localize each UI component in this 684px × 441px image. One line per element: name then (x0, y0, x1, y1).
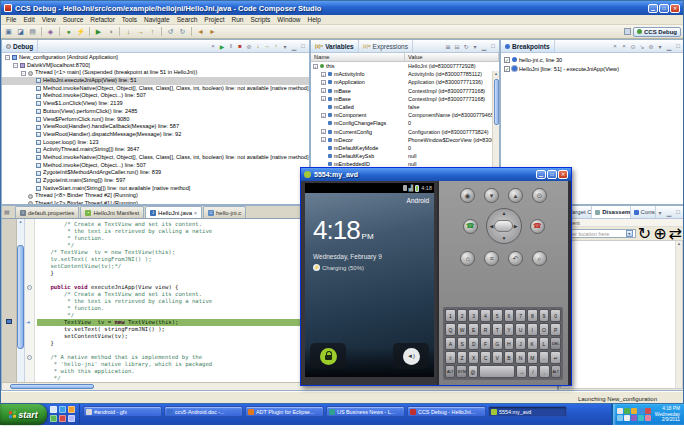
view-stack-icon[interactable]: ▤ (4, 208, 12, 216)
debug-tree-item[interactable]: ViewRoot(Handler).handleCallback(Message… (2, 123, 309, 131)
debug-tree-item[interactable]: ViewRoot(Handler).dispatchMessage(Messag… (2, 131, 309, 139)
menu-project[interactable]: Project (204, 16, 224, 23)
editor-tab-hello-jni-c[interactable]: Chello-jni.c (203, 206, 246, 218)
emulator-maximize-button[interactable]: □ (547, 170, 557, 179)
editor-tab-hellojni-java[interactable]: JHelloJni.java× (145, 206, 202, 218)
task-button[interactable]: 5554:my_avd (488, 406, 567, 417)
key-a[interactable]: A (445, 337, 456, 350)
tray-icon[interactable] (624, 415, 630, 421)
variable-row[interactable]: mDefaultKeyMode0 (311, 144, 492, 152)
perspective-ccs-debug[interactable]: CCS Debug (633, 27, 681, 37)
debug-tree-item[interactable]: −New_configuration [Android Application] (2, 54, 309, 62)
fold-toggle-icon[interactable]: − (27, 355, 32, 360)
dpad-control[interactable]: ▲▼◀▶ (486, 208, 522, 244)
key-sym[interactable]: @ (468, 365, 478, 378)
task-button[interactable]: ccv5-Android.doc -... (164, 406, 243, 417)
view-menu-icon[interactable]: ▾ (471, 43, 479, 50)
tab-variables[interactable]: (x)= Variables (311, 40, 359, 52)
maximize-view-icon[interactable]: □ (674, 43, 682, 49)
show-type-names-icon[interactable]: ⊞ (444, 43, 452, 50)
tab-debug[interactable]: Debug (2, 40, 38, 52)
back-icon[interactable]: ◄ (195, 26, 206, 37)
debug-tree-item[interactable]: View$1.onClick(View) line: 2139 (2, 100, 309, 108)
column-name[interactable]: Name (311, 53, 405, 61)
quick-launch-icon[interactable] (68, 406, 75, 413)
debug-tree-item[interactable]: Method.invokeNative(Object, Object[], Cl… (2, 154, 309, 162)
view-menu-icon[interactable]: ▾ (281, 43, 289, 50)
editor-tab-hellojni-manifest[interactable]: ▪HelloJni Manifest (80, 206, 144, 218)
menu-scripts[interactable]: Scripts (250, 16, 270, 23)
sound-toggle[interactable]: ◄) (393, 343, 429, 369)
key-v[interactable]: V (492, 351, 503, 364)
search-button[interactable]: ⌕ (532, 251, 547, 266)
editor-hscroll-thumb[interactable] (10, 384, 94, 389)
debug-tree-item[interactable]: ZygoteInit$MethodAndArgsCaller.run() lin… (2, 169, 309, 177)
tray-icon[interactable] (645, 415, 651, 421)
tree-expander[interactable]: + (321, 88, 326, 93)
minimize-button[interactable]: ▁ (648, 4, 658, 13)
maximize-button[interactable]: □ (659, 4, 669, 13)
key-1[interactable]: 1 (445, 309, 456, 322)
step-over-icon[interactable]: → (135, 26, 146, 37)
variable-row[interactable]: +mDecorPhoneWindow$DecorView (id=8300077… (311, 136, 492, 144)
forward-icon[interactable]: ► (207, 26, 218, 37)
checkbox-icon[interactable]: ✓ (504, 66, 510, 72)
tray-icon[interactable] (638, 408, 644, 414)
variable-row[interactable]: +mCurrentConfigConfiguration (id=8300077… (311, 128, 492, 136)
editor-tab-default-properties[interactable]: ≡default.properties (15, 206, 79, 218)
title-bar[interactable]: CCS Debug - HelloJni/src/com/example/hel… (1, 1, 683, 15)
key-x[interactable]: X (468, 351, 479, 364)
undo-icon[interactable]: ↺ (165, 26, 176, 37)
phone-screen[interactable]: ▟ 4:18 Android 4:18 PM Wednesday, Februa… (305, 183, 434, 377)
dpad-down-icon[interactable]: ▼ (502, 236, 507, 241)
debug-tree-item[interactable]: HelloJni.executeJniApp(View) line: 51 (2, 77, 309, 85)
key-l[interactable]: L (539, 337, 550, 350)
key-9[interactable]: 9 (539, 309, 550, 322)
key-6[interactable]: 6 (504, 309, 515, 322)
remove-all-icon[interactable]: × (209, 43, 217, 49)
variable-row[interactable]: mConfigChangeFlags0 (311, 119, 492, 127)
quick-launch-icon[interactable] (50, 406, 57, 413)
key-t[interactable]: T (492, 323, 503, 336)
key-m[interactable]: M (527, 351, 538, 364)
key-sym[interactable]: , (539, 365, 549, 378)
skip-all-icon[interactable]: ⊘ (647, 43, 655, 50)
key-j[interactable]: J (515, 337, 526, 350)
minimize-view-icon[interactable]: ▁ (290, 43, 298, 50)
key-e[interactable]: E (468, 323, 479, 336)
menu-source[interactable]: Source (63, 16, 84, 23)
step-into-icon[interactable]: ↓ (254, 43, 262, 49)
taskbar-clock[interactable]: 4:18 PM Wednesday 2/9/2011 (655, 406, 680, 423)
key-c[interactable]: C (480, 351, 491, 364)
tab-breakpoints[interactable]: Breakpoints (501, 40, 555, 52)
debug-tree-item[interactable]: Looper.loop() line: 123 (2, 139, 309, 147)
end-call-button[interactable]: ☎ (530, 219, 545, 234)
dpad-right-icon[interactable]: ▶ (514, 224, 518, 229)
disconnect-icon[interactable]: ⊘ (245, 43, 253, 50)
tree-expander[interactable]: + (313, 64, 318, 69)
menu-run[interactable]: Run (232, 16, 244, 23)
key-s[interactable]: S (457, 337, 468, 350)
key-sym[interactable]: → (516, 365, 526, 378)
fold-toggle-icon[interactable]: − (27, 285, 32, 290)
debug-tree-item[interactable]: Thread [<7> Binder Thread #1] (Running) (2, 200, 309, 204)
editor-scroll-thumb[interactable] (17, 245, 24, 349)
redo-icon[interactable]: ↻ (177, 26, 188, 37)
tree-expander[interactable]: − (5, 55, 10, 60)
tab-console[interactable]: Console (631, 206, 656, 218)
dpad-up-icon[interactable]: ▲ (502, 211, 507, 216)
debug-tree-item[interactable]: View$PerformClick.run() line: 9080 (2, 116, 309, 124)
key-z[interactable]: Z (457, 351, 468, 364)
menu-edit[interactable]: Edit (23, 16, 34, 23)
remove-all-icon[interactable]: × (620, 43, 628, 49)
variable-row[interactable]: +mBaseContextImpl (id=830007773168) (311, 95, 492, 103)
step-into-icon[interactable]: ↓ (123, 26, 134, 37)
quick-launch-icon[interactable] (50, 415, 57, 422)
debug-tree-item[interactable]: Button(View).performClick() line: 2485 (2, 108, 309, 116)
tree-expander[interactable]: + (321, 113, 326, 118)
tray-icon[interactable] (631, 408, 637, 414)
key-4[interactable]: 4 (480, 309, 491, 322)
quick-launch-icon[interactable] (59, 415, 66, 422)
debug-tree-item[interactable]: Method.invoke(Object, Object...) line: 5… (2, 92, 309, 100)
remove-icon[interactable]: × (611, 43, 619, 49)
